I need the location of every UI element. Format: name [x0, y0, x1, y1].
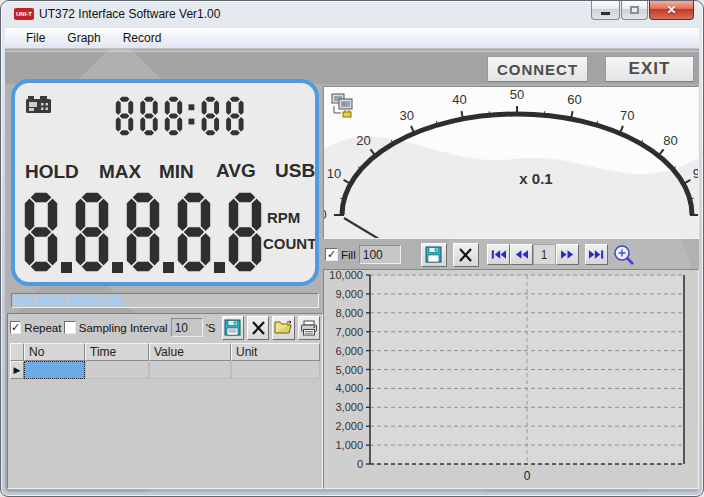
- last-page-button[interactable]: [585, 244, 608, 265]
- svg-text:4,000: 4,000: [335, 382, 363, 394]
- prev-page-icon: [515, 250, 528, 259]
- table-header-row: No Time Value Unit: [10, 343, 320, 361]
- connection-status-icon: [330, 92, 360, 120]
- prev-page-button[interactable]: [510, 244, 533, 265]
- x-icon: [251, 321, 266, 335]
- lcd-flag-usb: USB: [275, 160, 315, 182]
- cell-time[interactable]: [85, 361, 149, 379]
- connect-button[interactable]: CONNECT: [487, 56, 588, 82]
- first-page-button[interactable]: [487, 244, 510, 265]
- record-toolbar: ✓ Repeat Sampling Interval 'S: [8, 314, 322, 341]
- open-button[interactable]: [272, 316, 294, 340]
- svg-text:8,000: 8,000: [335, 307, 363, 319]
- svg-text:20: 20: [356, 133, 370, 148]
- save-button[interactable]: [222, 316, 244, 340]
- svg-text:10: 10: [327, 166, 341, 181]
- svg-text:3,000: 3,000: [335, 401, 363, 413]
- repeat-checkbox[interactable]: ✓: [10, 321, 21, 334]
- records-table: No Time Value Unit ▶: [10, 343, 320, 379]
- fill-checkbox[interactable]: ✓: [325, 248, 338, 261]
- sampling-unit-label: 'S: [206, 322, 216, 334]
- maximize-icon: [630, 6, 639, 14]
- progress-block: [59, 296, 64, 305]
- progress-block: [78, 296, 83, 305]
- lcd-unit-rpm: RPM: [267, 209, 300, 226]
- cell-value[interactable]: [149, 361, 231, 379]
- lcd-timer-digits: [113, 95, 250, 139]
- svg-text:9,000: 9,000: [335, 288, 363, 300]
- lcd-flag-avg: AVG: [216, 160, 256, 182]
- svg-text:2,000: 2,000: [335, 420, 363, 432]
- svg-text:70: 70: [620, 108, 634, 123]
- gauge-panel: 0102030405060708090100 x 0.1: [323, 86, 699, 239]
- col-time[interactable]: Time: [85, 343, 149, 361]
- exit-button[interactable]: EXIT: [605, 56, 694, 82]
- progress-block: [52, 296, 57, 305]
- svg-text:50: 50: [510, 87, 524, 102]
- minimize-button[interactable]: [591, 1, 620, 20]
- svg-text:5,000: 5,000: [335, 364, 363, 376]
- chart-clear-button[interactable]: [453, 243, 479, 267]
- secondary-checkbox[interactable]: [64, 321, 75, 334]
- svg-text:0: 0: [324, 207, 327, 222]
- menu-record[interactable]: Record: [112, 29, 173, 47]
- lcd-flag-min: MIN: [159, 161, 194, 183]
- battery-icon: [25, 95, 53, 117]
- close-button[interactable]: ✕: [649, 1, 694, 20]
- print-button[interactable]: [298, 316, 320, 340]
- delete-button[interactable]: [247, 316, 269, 340]
- progress-block: [91, 296, 96, 305]
- progress-block: [84, 296, 89, 305]
- app-logo-icon: UNI-T: [14, 8, 34, 20]
- col-unit[interactable]: Unit: [231, 343, 320, 361]
- table-row[interactable]: ▶: [10, 361, 320, 379]
- chart-toolbar: ✓ Fill: [323, 241, 699, 268]
- svg-text:1,000: 1,000: [335, 439, 363, 451]
- col-no[interactable]: No: [24, 343, 85, 361]
- lcd-flag-max: MAX: [99, 161, 141, 183]
- progress-block: [116, 296, 121, 305]
- svg-text:7,000: 7,000: [335, 326, 363, 338]
- page-number: 1: [533, 244, 556, 265]
- chart-save-button[interactable]: [421, 243, 447, 267]
- cell-unit[interactable]: [231, 361, 320, 379]
- col-value[interactable]: Value: [149, 343, 231, 361]
- progress-block: [14, 296, 19, 305]
- menu-file[interactable]: File: [15, 29, 56, 47]
- svg-text:60: 60: [567, 92, 581, 107]
- sampling-interval-input[interactable]: [171, 318, 203, 337]
- progress-block: [97, 296, 102, 305]
- cell-no[interactable]: [24, 361, 85, 379]
- maximize-button[interactable]: [621, 1, 648, 20]
- fill-label: Fill: [341, 249, 356, 261]
- menu-graph[interactable]: Graph: [56, 29, 111, 47]
- svg-text:90: 90: [693, 166, 699, 181]
- next-page-icon: [561, 250, 574, 259]
- floppy-icon: [224, 319, 241, 336]
- record-panel: ✓ Repeat Sampling Interval 'S: [7, 313, 323, 489]
- lcd-unit-count: COUNT: [263, 235, 316, 252]
- lcd-display-panel: HOLD MAX MIN AVG USB RPM COUNT: [11, 79, 319, 286]
- next-page-button[interactable]: [556, 244, 579, 265]
- row-selector-header: [10, 343, 24, 361]
- lcd-main-digits: [22, 191, 266, 275]
- row-marker: ▶: [10, 361, 24, 379]
- svg-text:10,000: 10,000: [329, 270, 363, 281]
- gauge-multiplier-label: x 0.1: [519, 170, 552, 187]
- repeat-label: Repeat: [24, 322, 61, 334]
- first-page-icon: [491, 250, 506, 259]
- title-bar[interactable]: UNI-T UT372 Interface Software Ver1.00 ✕: [1, 1, 703, 28]
- app-window: UNI-T UT372 Interface Software Ver1.00 ✕…: [0, 0, 704, 497]
- menu-bar: File Graph Record: [5, 28, 699, 49]
- progress-block: [33, 296, 38, 305]
- zoom-in-icon[interactable]: [612, 243, 636, 267]
- floppy-icon: [425, 246, 442, 263]
- progress-block: [65, 296, 70, 305]
- progress-block: [27, 296, 32, 305]
- progress-block: [103, 296, 108, 305]
- progress-block: [20, 296, 25, 305]
- progress-block: [110, 296, 115, 305]
- svg-text:0: 0: [524, 469, 531, 483]
- printer-icon: [300, 320, 318, 336]
- points-input[interactable]: [359, 245, 401, 264]
